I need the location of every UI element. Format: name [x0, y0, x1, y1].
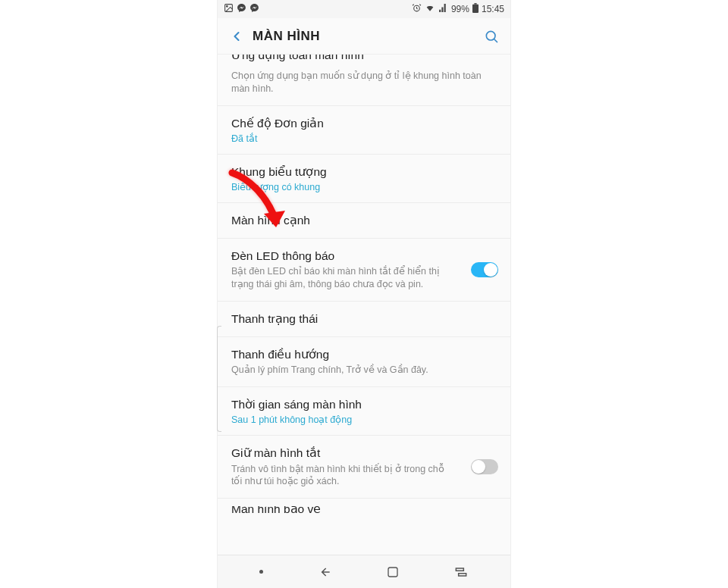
item-desc: Quản lý phím Trang chính, Trở về và Gần … [231, 364, 497, 377]
wifi-icon [425, 3, 435, 15]
svg-point-1 [227, 6, 228, 8]
item-title: Giữ màn hình tắt [231, 446, 457, 461]
item-desc: Bật đèn LED chỉ báo khi màn hình tắt để … [231, 265, 457, 291]
item-value: Biểu tượng có khung [231, 181, 497, 192]
back-button[interactable] [225, 25, 248, 48]
toggle-keep-off[interactable] [471, 459, 498, 474]
messenger-icon [237, 3, 246, 15]
nav-bar [218, 555, 510, 588]
item-navigation-bar[interactable]: Thanh điều hướng Quản lý phím Trang chín… [218, 337, 510, 387]
svg-rect-4 [474, 3, 476, 5]
nav-back-button[interactable] [317, 565, 332, 580]
item-title: Khung biểu tượng [231, 164, 497, 180]
item-desc: Chọn ứng dụng bạn muốn sử dụng ở tỉ lệ k… [231, 70, 497, 95]
item-title: Thanh trạng thái [231, 311, 497, 327]
phone-frame: 99% 15:45 MÀN HÌNH Ứng dụng toàn màn hìn… [217, 0, 511, 588]
picture-icon [224, 3, 234, 15]
clock-text: 15:45 [482, 4, 504, 14]
app-header: MÀN HÌNH [218, 18, 510, 55]
item-screensaver-cut[interactable]: Màn hình bảo vệ [218, 499, 510, 514]
page-title: MÀN HÌNH [253, 29, 480, 44]
battery-icon [472, 3, 479, 15]
item-screen-timeout[interactable]: Thời gian sáng màn hình Sau 1 phút không… [218, 387, 510, 436]
item-keep-screen-off[interactable]: Giữ màn hình tắt Tránh vô tình bật màn h… [218, 436, 510, 499]
item-edge-screen[interactable]: Màn hình cạnh [218, 203, 510, 239]
item-icon-frame[interactable]: Khung biểu tượng Biểu tượng có khung [218, 155, 510, 203]
svg-rect-3 [472, 5, 479, 13]
item-title: Màn hình cạnh [231, 213, 497, 228]
item-led-notification[interactable]: Đèn LED thông báo Bật đèn LED chỉ báo kh… [218, 239, 510, 302]
item-fullscreen-apps[interactable]: Ứng dụng toàn màn hình Chọn ứng dụng bạn… [218, 55, 510, 106]
item-desc: Tránh vô tình bật màn hình khi thiết bị … [231, 463, 457, 489]
status-left [224, 3, 259, 15]
nav-home-button[interactable] [386, 565, 400, 579]
alarm-icon [412, 3, 422, 15]
item-title: Màn hình bảo vệ [231, 506, 497, 514]
search-button[interactable] [480, 25, 503, 48]
battery-text: 99% [451, 4, 469, 14]
svg-rect-7 [388, 568, 397, 577]
item-title: Chế độ Đơn giản [231, 116, 497, 131]
settings-list[interactable]: Ứng dụng toàn màn hình Chọn ứng dụng bạn… [218, 55, 510, 555]
signal-icon [438, 3, 448, 15]
item-title: Thanh điều hướng [231, 347, 497, 362]
item-title: Đèn LED thông báo [231, 249, 457, 264]
status-bar: 99% 15:45 [218, 0, 510, 18]
item-simple-mode[interactable]: Chế độ Đơn giản Đã tắt [218, 106, 510, 155]
item-title: Thời gian sáng màn hình [231, 397, 497, 412]
status-right: 99% 15:45 [412, 3, 504, 15]
nav-recents-button[interactable] [453, 565, 469, 580]
nav-indicator-dot [259, 570, 263, 574]
item-title: Ứng dụng toàn màn hình [231, 55, 497, 62]
scroll-edge-indicator [217, 326, 221, 432]
item-status-bar-setting[interactable]: Thanh trạng thái [218, 302, 510, 337]
item-value: Sau 1 phút không hoạt động [231, 414, 497, 425]
toggle-led[interactable] [471, 262, 498, 277]
svg-line-6 [494, 39, 497, 42]
item-value: Đã tắt [231, 133, 497, 144]
messenger-icon [249, 3, 259, 15]
